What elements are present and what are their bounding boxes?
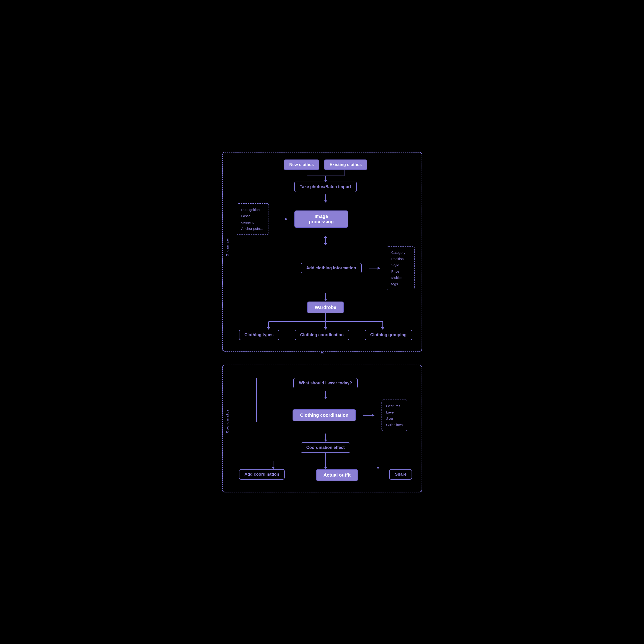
svg-marker-21 [372, 414, 375, 417]
org-clothing-coordination-node: Clothing coordination [294, 330, 350, 340]
arrow-1 [326, 194, 326, 201]
wardrobe-node: Wardrobe [307, 302, 344, 313]
organizer-label: Organizer [225, 247, 229, 256]
share-col: Share [389, 469, 412, 480]
left-arrow-svg [276, 217, 287, 221]
take-photos-row: Take photos/Batch import [237, 182, 415, 192]
image-tool-2: Lasso cropping [241, 213, 264, 225]
coord-three-way [237, 453, 415, 469]
merge-svg [288, 170, 363, 182]
organizer-section: Organizer New clothes Existing clothes [222, 152, 422, 352]
coord-branch-svg [244, 453, 407, 469]
wear-today-row: What should I wear today? [293, 378, 358, 388]
svg-marker-12 [267, 327, 270, 330]
image-tool-1: Recognition [241, 207, 264, 213]
add-clothing-node: Add clothing information [301, 263, 362, 273]
attr-3: Style [391, 262, 410, 268]
three-way-branch [237, 313, 415, 330]
wear-today-node: What should I wear today? [293, 378, 358, 388]
coordinator-label: Coordinator [225, 424, 229, 433]
wear-today-area: What should I wear today? Clothing coord… [237, 378, 415, 481]
left-branch-svg [235, 378, 277, 424]
image-processing-row: Recognition Lasso cropping Anchor points… [237, 203, 415, 235]
coord-effect-row: Coordination effect [301, 442, 350, 453]
svg-marker-6 [285, 218, 287, 220]
coord-attrs-box: Gestures Layer Size Guidelines [382, 400, 407, 431]
clothing-grouping-node: Clothing grouping [365, 330, 412, 340]
svg-marker-8 [378, 267, 380, 270]
top-nodes-row: New clothes Existing clothes [237, 159, 415, 170]
clothing-types-node: Clothing types [239, 330, 279, 340]
wardrobe-row: Wardrobe [237, 302, 415, 313]
coord-clothing-node: Clothing coordination [292, 409, 356, 421]
existing-clothes-node: Existing clothes [324, 159, 367, 170]
actual-outfit-node: Actual outfit [316, 469, 358, 481]
image-tools-box: Recognition Lasso cropping Anchor points [237, 203, 269, 235]
svg-marker-29 [377, 467, 380, 469]
coord-bottom-row: Add coordination Actual outfit Share [237, 469, 415, 481]
svg-marker-18 [320, 351, 324, 353]
main-diagram: Organizer New clothes Existing clothes [217, 147, 427, 497]
coord-arrow-svg [363, 413, 375, 418]
svg-marker-14 [324, 327, 327, 330]
coord-attr-3: Size [386, 415, 403, 422]
coordinator-section: Coordinator What should I wear today? Cl… [222, 365, 422, 492]
bottom-spacer [237, 340, 415, 344]
attr-5: Multiple tags [391, 275, 410, 287]
coord-attr-2: Layer [386, 409, 403, 415]
add-coord-node: Add coordination [239, 469, 285, 480]
image-tool-3: Anchor points [241, 225, 264, 232]
new-clothes-node: New clothes [284, 159, 319, 170]
svg-marker-25 [271, 467, 275, 469]
arrow-4 [326, 391, 326, 397]
attr-1: Category [391, 249, 410, 256]
section-arrow-svg [240, 351, 404, 365]
right-arrow-svg [369, 266, 380, 271]
take-photos-node: Take photos/Batch import [294, 182, 357, 192]
clothing-coord-col: Clothing coordination [294, 330, 350, 340]
image-processing-node: Image processing [294, 210, 348, 228]
add-coord-col: Add coordination [239, 469, 285, 480]
attr-4: Price [391, 268, 410, 275]
svg-marker-27 [324, 467, 327, 469]
bottom-three-row: Clothing types Clothing coordination Clo… [237, 330, 415, 340]
coord-bottom-spacer [237, 481, 415, 485]
clothing-attrs-box: Category Position Style Price Multiple t… [387, 246, 414, 290]
add-clothing-row: Add clothing information Category Positi… [237, 246, 415, 290]
arrow-3 [326, 293, 326, 299]
arrow-5 [326, 434, 326, 440]
attr-2: Position [391, 256, 410, 262]
coord-effect-node: Coordination effect [301, 442, 350, 453]
clothing-types-col: Clothing types [239, 330, 279, 340]
clothing-grouping-col: Clothing grouping [365, 330, 412, 340]
top-spacer [237, 372, 415, 378]
coord-attr-4: Guidelines [386, 422, 403, 428]
coord-attr-1: Gestures [386, 403, 403, 409]
share-node: Share [389, 469, 412, 480]
arrow-2 [326, 237, 326, 244]
svg-marker-16 [381, 327, 384, 330]
merge-connector [237, 170, 415, 182]
actual-outfit-col: Actual outfit [316, 469, 358, 481]
section-connector [222, 351, 422, 365]
branch-svg [244, 313, 407, 330]
